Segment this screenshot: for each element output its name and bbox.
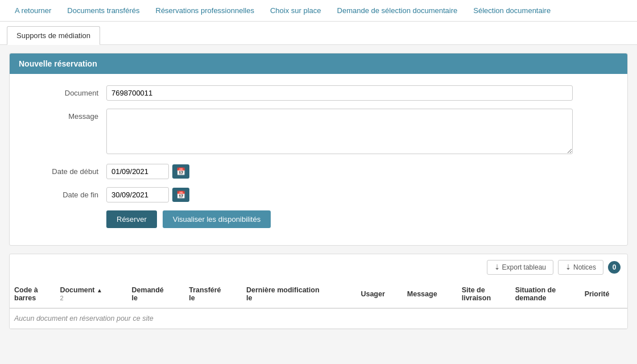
col-usager-label: Usager xyxy=(361,290,384,298)
sort-asc-icon: ▲ xyxy=(97,287,102,293)
message-label: Message xyxy=(27,109,106,121)
col-code-barres-label: Code àbarres xyxy=(14,286,38,302)
visualiser-button[interactable]: Visualiser les disponibilités xyxy=(163,210,271,228)
col-modification-label: Dernière modificationle xyxy=(246,286,320,302)
nav-reservations[interactable]: Réservations professionnelles xyxy=(148,6,262,15)
table-header-row: Code àbarres Document ▲ 2 Demandéle Tran… xyxy=(10,280,627,308)
nav-transferes[interactable]: Documents transférés xyxy=(59,6,147,15)
form-buttons: Réserver Visualiser les disponibilités xyxy=(106,210,610,234)
nav-retourner[interactable]: A retourner xyxy=(7,6,59,15)
date-fin-label: Date de fin xyxy=(27,187,106,199)
col-message[interactable]: Message xyxy=(403,280,457,308)
reservations-table: Code àbarres Document ▲ 2 Demandéle Tran… xyxy=(10,280,627,329)
table-header: Code àbarres Document ▲ 2 Demandéle Tran… xyxy=(10,280,627,308)
reserver-button[interactable]: Réserver xyxy=(106,210,157,228)
col-transfere-label: Transféréle xyxy=(189,286,221,302)
col-code-barres[interactable]: Code àbarres xyxy=(10,280,55,308)
col-site-livraison[interactable]: Site delivraison xyxy=(457,280,511,308)
table-card: ⇣ Export tableau ⇣ Notices 0 Code àbarre… xyxy=(9,254,628,329)
page-content: Nouvelle réservation Document Message Da… xyxy=(0,45,637,337)
no-data-message: Aucun document en réservation pour ce si… xyxy=(10,308,627,329)
tab-supports-mediation[interactable]: Supports de médiation xyxy=(7,26,100,45)
col-document[interactable]: Document ▲ 2 xyxy=(55,280,127,308)
document-control xyxy=(106,85,573,101)
notices-button[interactable]: ⇣ Notices xyxy=(558,260,603,275)
document-label: Document xyxy=(27,85,106,97)
download-notices-icon: ⇣ xyxy=(565,263,571,271)
table-toolbar: ⇣ Export tableau ⇣ Notices 0 xyxy=(10,254,627,280)
date-debut-label: Date de début xyxy=(27,164,106,176)
nav-selection[interactable]: Sélection documentaire xyxy=(465,6,559,15)
col-demande[interactable]: Demandéle xyxy=(127,280,185,308)
date-fin-row: Date de fin 📅 xyxy=(27,187,610,202)
col-priorite[interactable]: Priorité xyxy=(580,280,627,308)
col-document-sublabel: 2 xyxy=(60,295,63,301)
date-fin-control: 📅 xyxy=(106,187,573,202)
date-debut-input[interactable] xyxy=(106,164,169,179)
form-header: Nouvelle réservation xyxy=(10,53,627,74)
col-usager[interactable]: Usager xyxy=(356,280,402,308)
download-icon: ⇣ xyxy=(494,263,500,271)
nav-selection-doc[interactable]: Demande de sélection documentaire xyxy=(329,6,466,15)
date-debut-row: Date de début 📅 xyxy=(27,164,610,179)
col-document-label: Document xyxy=(60,286,94,294)
export-label: Export tableau xyxy=(502,263,546,271)
top-navigation: A retourner Documents transférés Réserva… xyxy=(0,0,637,22)
date-fin-calendar-button[interactable]: 📅 xyxy=(172,188,189,202)
reservation-form-card: Nouvelle réservation Document Message Da… xyxy=(9,53,628,246)
col-message-label: Message xyxy=(407,290,437,298)
message-textarea[interactable] xyxy=(106,109,573,154)
tab-bar: Supports de médiation xyxy=(0,22,637,45)
form-body: Document Message Date de début 📅 xyxy=(10,74,627,245)
col-site-livraison-label: Site delivraison xyxy=(462,286,491,302)
date-debut-calendar-button[interactable]: 📅 xyxy=(172,164,189,179)
date-fin-wrap: 📅 xyxy=(106,187,573,202)
date-debut-control: 📅 xyxy=(106,164,573,179)
col-demande-label: Demandéle xyxy=(132,286,164,302)
date-debut-wrap: 📅 xyxy=(106,164,573,179)
table-body: Aucun document en réservation pour ce si… xyxy=(10,308,627,329)
col-modification[interactable]: Dernière modificationle xyxy=(242,280,356,308)
message-row: Message xyxy=(27,109,610,156)
export-tableau-button[interactable]: ⇣ Export tableau xyxy=(487,260,553,275)
notices-label: Notices xyxy=(573,263,596,271)
document-row: Document xyxy=(27,85,610,101)
nav-choix[interactable]: Choix sur place xyxy=(262,6,329,15)
col-transfere[interactable]: Transféréle xyxy=(184,280,242,308)
message-control xyxy=(106,109,573,156)
no-data-row: Aucun document en réservation pour ce si… xyxy=(10,308,627,329)
count-badge: 0 xyxy=(608,261,621,274)
document-input[interactable] xyxy=(106,85,573,101)
col-situation[interactable]: Situation dedemande xyxy=(511,280,580,308)
date-fin-input[interactable] xyxy=(106,187,169,202)
col-situation-label: Situation dedemande xyxy=(515,286,556,302)
col-priorite-label: Priorité xyxy=(585,290,610,298)
